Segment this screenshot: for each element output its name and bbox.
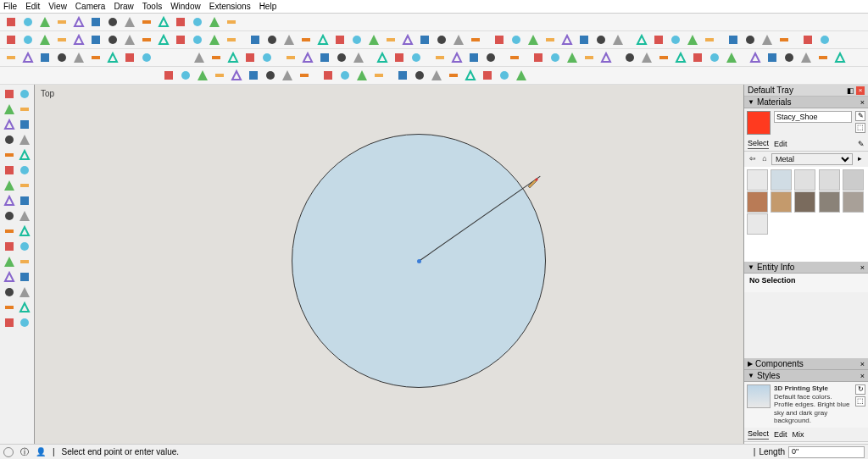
man-icon[interactable] bbox=[800, 32, 815, 47]
menu-help[interactable]: Help bbox=[259, 2, 277, 11]
details-icon[interactable]: ▸ bbox=[854, 154, 865, 164]
position-tool-icon[interactable] bbox=[17, 269, 31, 284]
unlock-icon[interactable] bbox=[337, 68, 353, 83]
gold-icon[interactable] bbox=[412, 68, 427, 83]
styles-tab-select[interactable]: Select bbox=[748, 429, 769, 440]
stair-icon[interactable] bbox=[634, 32, 649, 47]
brick5-icon[interactable] bbox=[259, 50, 275, 65]
part2-icon[interactable] bbox=[392, 50, 407, 65]
gear2-icon[interactable] bbox=[531, 50, 546, 65]
material-swatch[interactable] bbox=[747, 169, 768, 191]
sun-icon[interactable] bbox=[207, 14, 222, 30]
redo-icon[interactable] bbox=[565, 50, 580, 65]
overlap-icon[interactable] bbox=[71, 14, 86, 30]
panel-close-icon[interactable]: × bbox=[860, 263, 865, 272]
rail2-icon[interactable] bbox=[702, 32, 717, 47]
new-style-icon[interactable]: ⬚ bbox=[855, 396, 865, 406]
lamp-icon[interactable] bbox=[71, 32, 86, 47]
text-icon[interactable] bbox=[514, 68, 529, 83]
text2-tool-icon[interactable] bbox=[17, 224, 31, 238]
sheet-icon[interactable] bbox=[748, 50, 763, 65]
brick4-icon[interactable] bbox=[242, 50, 258, 65]
red-icon[interactable] bbox=[463, 68, 478, 83]
box2-icon[interactable] bbox=[300, 50, 315, 65]
style-thumbnail[interactable] bbox=[747, 384, 771, 408]
tag2-icon[interactable] bbox=[297, 68, 312, 83]
tab-select[interactable]: Select bbox=[748, 139, 769, 149]
rotate-tool-icon[interactable] bbox=[17, 178, 31, 192]
arc-tool-icon[interactable] bbox=[2, 147, 16, 162]
current-material-swatch[interactable] bbox=[747, 111, 771, 135]
geo-icon[interactable] bbox=[3, 447, 14, 457]
move-tool-icon[interactable] bbox=[2, 178, 16, 192]
axes-tool-icon[interactable] bbox=[2, 239, 16, 253]
pencil-tool-icon[interactable] bbox=[2, 117, 16, 131]
prev-icon[interactable] bbox=[776, 32, 792, 47]
info-icon[interactable]: ⓘ bbox=[20, 446, 29, 458]
entity-info-header[interactable]: ▼ Entity Info × bbox=[744, 262, 868, 274]
green-a-icon[interactable] bbox=[726, 32, 741, 47]
arc6-icon[interactable] bbox=[707, 50, 722, 65]
lasso-tool-icon[interactable] bbox=[2, 102, 16, 116]
col3-icon[interactable] bbox=[593, 32, 609, 47]
chair-icon[interactable] bbox=[37, 32, 53, 47]
dim2-icon[interactable] bbox=[497, 68, 512, 83]
zoom-ext-tool-icon[interactable] bbox=[17, 285, 31, 299]
brick-icon[interactable] bbox=[192, 50, 207, 65]
cube-b-icon[interactable] bbox=[264, 32, 280, 47]
cube-d-icon[interactable] bbox=[298, 32, 314, 47]
menu-tools[interactable]: Tools bbox=[142, 2, 162, 11]
stop-icon[interactable] bbox=[760, 32, 775, 47]
menu-extensions[interactable]: Extensions bbox=[209, 2, 251, 11]
sofa-icon[interactable] bbox=[54, 32, 70, 47]
panel-close-icon[interactable]: × bbox=[860, 98, 865, 107]
look-tool-icon[interactable] bbox=[17, 254, 31, 268]
orbit-icon[interactable] bbox=[54, 14, 70, 30]
mail-icon[interactable] bbox=[173, 14, 188, 30]
dim-icon[interactable] bbox=[817, 32, 832, 47]
walk-tool-icon[interactable] bbox=[2, 269, 16, 284]
scale-tool-icon[interactable] bbox=[2, 193, 16, 207]
beam-icon[interactable] bbox=[492, 32, 507, 47]
next-icon[interactable] bbox=[466, 50, 481, 65]
beam3-icon[interactable] bbox=[526, 32, 541, 47]
slab2-icon[interactable] bbox=[451, 32, 466, 47]
lock-icon[interactable] bbox=[320, 68, 336, 83]
zoom-tool-icon[interactable] bbox=[2, 285, 16, 299]
follow-tool-icon[interactable] bbox=[2, 208, 16, 223]
sect-icon[interactable] bbox=[507, 50, 522, 65]
red-line-icon[interactable] bbox=[207, 32, 222, 47]
unhide-icon[interactable] bbox=[371, 68, 387, 83]
update-style-icon[interactable]: ↻ bbox=[855, 384, 865, 395]
eyedropper-icon[interactable]: ✎ bbox=[858, 140, 865, 148]
sheet2-icon[interactable] bbox=[765, 50, 780, 65]
layers-icon[interactable] bbox=[212, 68, 227, 83]
shoe-icon[interactable] bbox=[3, 32, 19, 47]
stair3-icon[interactable] bbox=[668, 32, 683, 47]
material-swatch[interactable] bbox=[819, 169, 840, 191]
section-tool-icon[interactable] bbox=[2, 254, 16, 268]
menu-window[interactable]: Window bbox=[170, 2, 201, 11]
play-icon[interactable] bbox=[449, 50, 465, 65]
mono-icon[interactable] bbox=[122, 14, 137, 30]
prev-view-tool-icon[interactable] bbox=[2, 315, 16, 329]
menu-file[interactable]: File bbox=[3, 2, 17, 11]
beam4-icon[interactable] bbox=[542, 32, 558, 47]
panel-close-icon[interactable]: × bbox=[860, 360, 865, 368]
flame-icon[interactable] bbox=[3, 50, 19, 65]
stair2-icon[interactable] bbox=[651, 32, 666, 47]
cube3-icon[interactable] bbox=[122, 50, 137, 65]
flame4-icon[interactable] bbox=[105, 50, 120, 65]
tray-pin-icon[interactable]: ◧ bbox=[847, 86, 854, 95]
slab3-icon[interactable] bbox=[468, 32, 483, 47]
wall3-icon[interactable] bbox=[417, 32, 432, 47]
sheet5-icon[interactable] bbox=[815, 50, 831, 65]
line3-icon[interactable] bbox=[190, 32, 205, 47]
menu-camera[interactable]: Camera bbox=[75, 2, 106, 11]
xray-icon[interactable] bbox=[139, 50, 154, 65]
cube-icon[interactable] bbox=[20, 14, 36, 30]
arrow-icon[interactable] bbox=[224, 32, 239, 47]
cube-e-icon[interactable] bbox=[315, 32, 331, 47]
menu-edit[interactable]: Edit bbox=[25, 2, 40, 11]
box4-icon[interactable] bbox=[334, 50, 349, 65]
